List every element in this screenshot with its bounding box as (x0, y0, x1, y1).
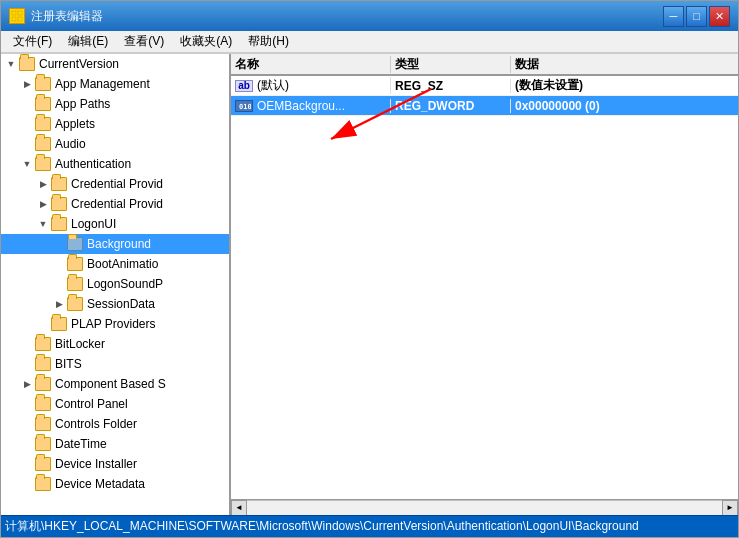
folder-icon (35, 357, 51, 371)
expand-icon (19, 136, 35, 152)
window-icon (9, 8, 25, 24)
tree-item-logonui[interactable]: ▼ LogonUI (1, 214, 229, 234)
expand-icon (19, 96, 35, 112)
tree-label: Audio (55, 137, 86, 151)
minimize-button[interactable]: ─ (663, 6, 684, 27)
tree-label: PLAP Providers (71, 317, 156, 331)
expand-icon (19, 436, 35, 452)
tree-label: DateTime (55, 437, 107, 451)
title-bar: 注册表编辑器 ─ □ ✕ (1, 1, 738, 31)
tree-label: BITS (55, 357, 82, 371)
registry-table[interactable]: ab (默认) REG_SZ (数值未设置) 010 (231, 76, 738, 499)
tree-label: LogonUI (71, 217, 116, 231)
tree-label: App Paths (55, 97, 110, 111)
status-path: 计算机\HKEY_LOCAL_MACHINE\SOFTWARE\Microsof… (5, 518, 639, 535)
tree-item-currentversion[interactable]: ▼ CurrentVersion (1, 54, 229, 74)
menu-file[interactable]: 文件(F) (5, 31, 60, 52)
tree-item-credential2[interactable]: ▶ Credential Provid (1, 194, 229, 214)
folder-icon (67, 297, 83, 311)
tree-item-bitlocker[interactable]: BitLocker (1, 334, 229, 354)
menu-bar: 文件(F) 编辑(E) 查看(V) 收藏夹(A) 帮助(H) (1, 31, 738, 53)
tree-item-controls-folder[interactable]: Controls Folder (1, 414, 229, 434)
col-header-name: 名称 (231, 56, 391, 73)
expand-icon: ▼ (35, 216, 51, 232)
tree-label: LogonSoundP (87, 277, 163, 291)
menu-edit[interactable]: 编辑(E) (60, 31, 116, 52)
folder-icon (35, 437, 51, 451)
expand-icon (19, 416, 35, 432)
svg-rect-2 (12, 17, 16, 21)
folder-icon (35, 117, 51, 131)
folder-icon (51, 217, 67, 231)
tree-item-bootanimation[interactable]: BootAnimatio (1, 254, 229, 274)
tree-label: Background (87, 237, 151, 251)
table-row-selected[interactable]: 010 OEMBackgrou... REG_DWORD 0x00000000 … (231, 96, 738, 116)
main-window: 注册表编辑器 ─ □ ✕ 文件(F) 编辑(E) 查看(V) 收藏夹(A) 帮助… (0, 0, 739, 538)
col-name: 010 OEMBackgrou... (231, 99, 391, 113)
folder-icon (19, 57, 35, 71)
tree-item-bits[interactable]: BITS (1, 354, 229, 374)
menu-help[interactable]: 帮助(H) (240, 31, 297, 52)
tree-item-component-based[interactable]: ▶ Component Based S (1, 374, 229, 394)
tree-item-device-metadata[interactable]: Device Metadata (1, 474, 229, 494)
tree-item-authentication[interactable]: ▼ Authentication (1, 154, 229, 174)
folder-icon-selected (67, 237, 83, 251)
col-name: ab (默认) (231, 77, 391, 94)
expand-icon: ▶ (19, 376, 35, 392)
close-button[interactable]: ✕ (709, 6, 730, 27)
tree-item-background[interactable]: Background (1, 234, 229, 254)
folder-icon (51, 317, 67, 331)
tree-label: Controls Folder (55, 417, 137, 431)
tree-label: Control Panel (55, 397, 128, 411)
tree-item-logonsoundp[interactable]: LogonSoundP (1, 274, 229, 294)
folder-icon (51, 197, 67, 211)
right-panel: 名称 类型 数据 ab (默认) REG_SZ (数值未设置) (231, 54, 738, 499)
tree-label: Applets (55, 117, 95, 131)
row-name-default: (默认) (257, 77, 289, 94)
scroll-track[interactable] (247, 500, 722, 516)
folder-icon (35, 337, 51, 351)
table-row[interactable]: ab (默认) REG_SZ (数值未设置) (231, 76, 738, 96)
folder-icon (35, 377, 51, 391)
folder-icon (35, 77, 51, 91)
tree-label: BitLocker (55, 337, 105, 351)
tree-item-app-management[interactable]: ▶ App Management (1, 74, 229, 94)
tree-item-device-installer[interactable]: Device Installer (1, 454, 229, 474)
tree-label: Device Metadata (55, 477, 145, 491)
expand-icon: ▶ (19, 76, 35, 92)
expand-icon (19, 456, 35, 472)
expand-icon: ▶ (51, 296, 67, 312)
expand-icon (51, 276, 67, 292)
tree-item-applets[interactable]: Applets (1, 114, 229, 134)
col-data: 0x00000000 (0) (511, 99, 738, 113)
tree-label: App Management (55, 77, 150, 91)
tree-label: Credential Provid (71, 177, 163, 191)
scroll-right-btn[interactable]: ► (722, 500, 738, 516)
folder-icon (67, 277, 83, 291)
tree-item-app-paths[interactable]: App Paths (1, 94, 229, 114)
tree-item-control-panel[interactable]: Control Panel (1, 394, 229, 414)
maximize-button[interactable]: □ (686, 6, 707, 27)
expand-icon (35, 316, 51, 332)
right-panel-wrapper: 名称 类型 数据 ab (默认) REG_SZ (数值未设置) (231, 54, 738, 515)
col-header-type: 类型 (391, 56, 511, 73)
menu-favorites[interactable]: 收藏夹(A) (172, 31, 240, 52)
tree-item-credential1[interactable]: ▶ Credential Provid (1, 174, 229, 194)
svg-text:010: 010 (239, 103, 251, 111)
tree-item-sessiondata[interactable]: ▶ SessionData (1, 294, 229, 314)
tree-item-audio[interactable]: Audio (1, 134, 229, 154)
table-header: 名称 类型 数据 (231, 54, 738, 76)
tree-label: Authentication (55, 157, 131, 171)
tree-panel: ▼ CurrentVersion ▶ App Management App Pa… (1, 54, 231, 515)
scroll-left-btn[interactable]: ◄ (231, 500, 247, 516)
folder-icon (35, 417, 51, 431)
tree-scroll[interactable]: ▼ CurrentVersion ▶ App Management App Pa… (1, 54, 229, 515)
tree-item-plap[interactable]: PLAP Providers (1, 314, 229, 334)
tree-item-datetime[interactable]: DateTime (1, 434, 229, 454)
expand-icon (19, 116, 35, 132)
tree-label: BootAnimatio (87, 257, 158, 271)
expand-icon (19, 396, 35, 412)
menu-view[interactable]: 查看(V) (116, 31, 172, 52)
expand-icon: ▼ (3, 56, 19, 72)
col-data: (数值未设置) (511, 77, 738, 94)
